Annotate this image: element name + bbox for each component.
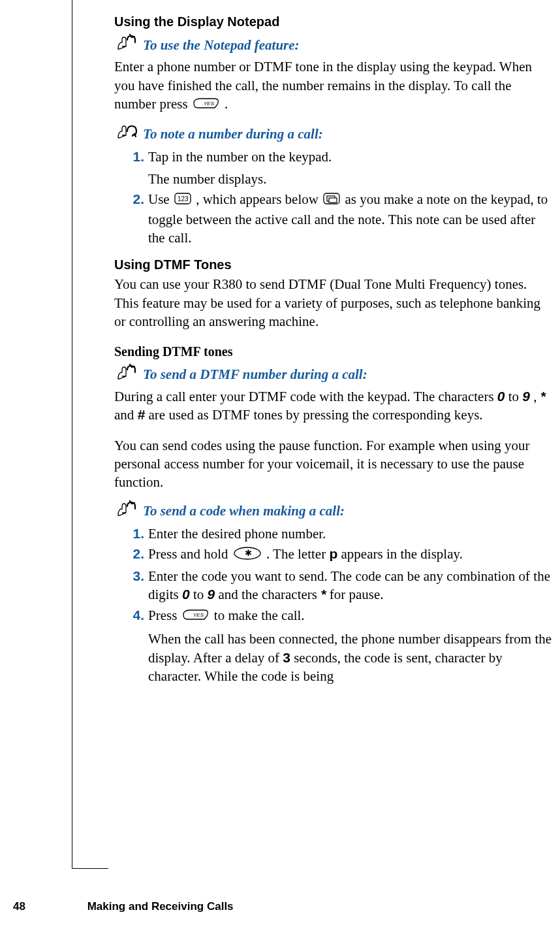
step-text: Press YES to make the call. [148,606,553,626]
section-heading-dtmf: Using DTMF Tones [114,256,553,274]
paragraph: Enter a phone number or DTMF tone in the… [114,57,553,114]
text: and [114,407,138,423]
window-key-icon [323,191,340,210]
step-number: 2. [114,190,148,247]
key-0: 0 [182,587,190,602]
digit-3: 3 [283,650,290,665]
step-text: Enter the desired phone number. [148,525,553,543]
key-star: * [540,389,546,404]
instruction-title: To use the Notepad feature: [143,36,300,54]
yes-key-icon: YES [193,96,220,114]
text: . The letter [266,546,329,562]
instruction-use-notepad: To use the Notepad feature: [114,33,553,56]
step-subtext: The number displays. [148,170,553,188]
list-item: 2. Use 123 , which appears below [114,190,553,247]
step-subtext: When the call has been connected, the ph… [148,630,553,685]
text: Enter a phone number or DTMF tone in the… [114,59,532,112]
instruction-send-dtmf: To send a DTMF number during a call: [114,363,553,386]
text: Press and hold [148,546,232,562]
text: . [225,96,228,112]
step-text: Press and hold ✱ . The letter p appears … [148,545,553,565]
step-text: Tap in the number on the keypad. [148,148,553,166]
text: , [533,389,540,404]
yes-key-icon: YES [182,608,210,626]
page-footer: 48 Making and Receiving Calls [13,899,234,915]
key-9: 9 [207,587,215,602]
key-star: * [320,587,326,602]
page-content: Using the Display Notepad To use the Not… [114,13,553,685]
text: Press [148,608,181,623]
hand-loop-icon [114,122,140,145]
list-item: 4. Press YES to make the call. [114,606,553,685]
paragraph: During a call enter your DTMF code with … [114,387,553,425]
list-item: 2. Press and hold ✱ . The letter p appea… [114,545,553,565]
text: for pause. [330,587,384,602]
instruction-title: To send a DTMF number during a call: [143,365,367,383]
svg-text:123: 123 [178,195,189,203]
text: , which appears below [196,191,322,207]
instruction-note-number: To note a number during a call: [114,122,553,145]
list-item: 1. Tap in the number on the keypad. The … [114,148,553,189]
list-item: 3. Enter the code you want to send. The … [114,567,553,604]
text: During a call enter your DTMF code with … [114,389,497,404]
svg-text:YES: YES [193,612,204,618]
svg-text:✱: ✱ [245,548,252,558]
123-key-icon: 123 [174,191,191,210]
numbered-list: 1. Enter the desired phone number. 2. Pr… [114,525,553,685]
svg-rect-5 [329,198,337,203]
page-number: 48 [13,900,25,913]
hand-arrow-icon [114,363,140,386]
step-text: Use 123 , which appears below [148,190,553,247]
letter-p: p [329,546,337,561]
list-item: 1. Enter the desired phone number. [114,525,553,543]
chapter-title: Making and Receiving Calls [87,900,234,913]
text: to [508,389,523,404]
text: appears in the display. [341,546,463,562]
hand-arrow-icon [114,500,140,523]
step-number: 4. [114,606,148,685]
star-key-icon: ✱ [233,546,262,565]
sub-heading-sending-dtmf: Sending DTMF tones [114,343,553,361]
text: are used as DTMF tones by pressing the c… [149,407,483,423]
paragraph: You can send codes using the pause funct… [114,436,553,492]
text: to [193,587,208,602]
text: to make the call. [214,608,305,623]
key-hash: # [138,407,146,422]
text: Use [148,191,173,207]
step-text: Enter the code you want to send. The cod… [148,567,553,604]
section-heading-notepad: Using the Display Notepad [114,13,553,31]
margin-rule [72,0,108,869]
hand-arrow-icon [114,33,140,56]
instruction-send-code: To send a code when making a call: [114,500,553,523]
step-number: 1. [114,525,148,543]
text: and the characters [218,587,320,602]
instruction-title: To send a code when making a call: [143,502,345,520]
step-number: 3. [114,567,148,604]
key-0: 0 [497,389,505,404]
svg-text:YES: YES [204,101,215,106]
instruction-title: To note a number during a call: [143,125,323,143]
paragraph: You can use your R380 to send DTMF (Dual… [114,275,553,331]
step-number: 2. [114,545,148,565]
step-number: 1. [114,148,148,189]
numbered-list: 1. Tap in the number on the keypad. The … [114,148,553,248]
key-9: 9 [522,389,530,404]
